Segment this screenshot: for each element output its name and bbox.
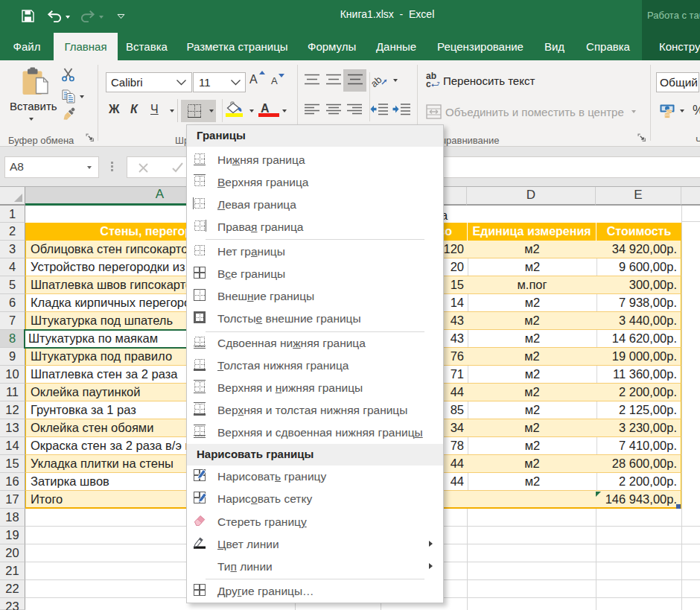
svg-text:ab: ab bbox=[372, 74, 384, 89]
